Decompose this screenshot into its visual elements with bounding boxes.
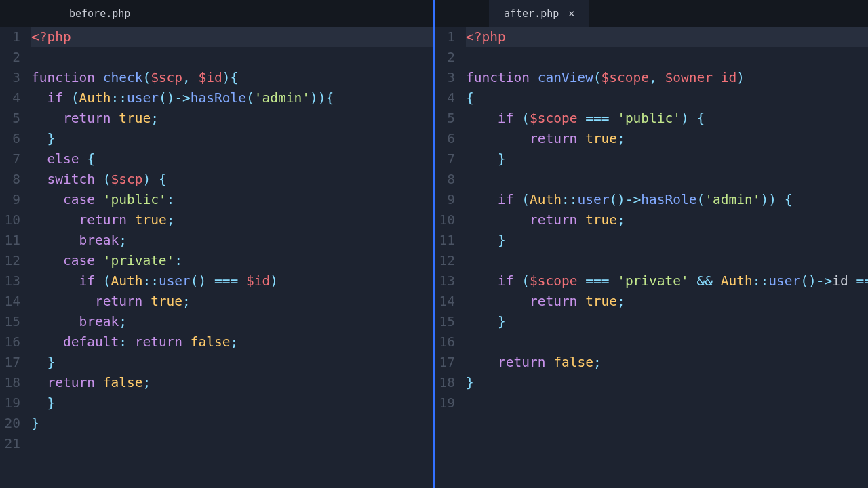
line-number: 12: [0, 251, 20, 271]
tab-bar-left: before.php: [0, 0, 433, 27]
code-line[interactable]: [466, 251, 868, 271]
code-line[interactable]: if (Auth::user() === $id): [31, 271, 433, 291]
line-number: 7: [0, 149, 20, 169]
editor-pane-right: after.php × 1234567891011121314151617181…: [435, 0, 868, 488]
line-gutter: 12345678910111213141516171819: [435, 27, 462, 488]
code-line[interactable]: }: [466, 312, 868, 332]
line-number: 8: [0, 169, 20, 190]
line-number: 11: [435, 230, 455, 251]
line-number: 5: [435, 108, 455, 129]
line-number: 14: [435, 291, 455, 312]
line-number: 5: [0, 108, 20, 129]
code-line[interactable]: }: [31, 413, 433, 434]
line-gutter: 123456789101112131415161718192021: [0, 27, 27, 488]
tab-filler: [0, 0, 54, 27]
code-line[interactable]: if (Auth::user()->hasRole('admin')) {: [466, 190, 868, 210]
line-number: 11: [0, 230, 20, 251]
line-number: 12: [435, 251, 455, 271]
line-number: 4: [0, 88, 20, 108]
code-line[interactable]: return true;: [31, 291, 433, 312]
editor-split: before.php 12345678910111213141516171819…: [0, 0, 868, 488]
tab-filler: [435, 0, 489, 27]
line-number: 16: [435, 332, 455, 352]
code-line[interactable]: }: [31, 393, 433, 413]
code-line[interactable]: if ($scope === 'public') {: [466, 108, 868, 129]
line-number: 13: [0, 271, 20, 291]
code-line[interactable]: [31, 47, 433, 68]
code-line[interactable]: case 'public':: [31, 190, 433, 210]
code-line[interactable]: function canView($scope, $owner_id): [466, 68, 868, 88]
line-number: 9: [0, 190, 20, 210]
code-line[interactable]: return true;: [466, 210, 868, 230]
code-line[interactable]: <?php: [31, 27, 433, 47]
code-line[interactable]: case 'private':: [31, 251, 433, 271]
line-number: 16: [0, 332, 20, 352]
code-line[interactable]: break;: [31, 230, 433, 251]
code-line[interactable]: function check($scp, $id){: [31, 68, 433, 88]
code-line[interactable]: <?php: [466, 27, 868, 47]
tab-filler: [145, 0, 433, 27]
line-number: 3: [435, 68, 455, 88]
code-line[interactable]: return true;: [466, 291, 868, 312]
tab-after-php[interactable]: after.php ×: [489, 0, 589, 27]
code-line[interactable]: [31, 434, 433, 454]
code-line[interactable]: [466, 332, 868, 352]
code-line[interactable]: else {: [31, 149, 433, 169]
code-line[interactable]: return true;: [466, 129, 868, 149]
code-line[interactable]: [466, 169, 868, 190]
code-area-right[interactable]: 12345678910111213141516171819 <?php func…: [435, 27, 868, 488]
line-number: 7: [435, 149, 455, 169]
line-number: 3: [0, 68, 20, 88]
code-line[interactable]: }: [31, 352, 433, 373]
tab-title: after.php: [504, 7, 559, 20]
line-number: 4: [435, 88, 455, 108]
line-number: 15: [435, 312, 455, 332]
line-number: 9: [435, 190, 455, 210]
line-number: 8: [435, 169, 455, 190]
line-number: 13: [435, 271, 455, 291]
line-number: 19: [0, 393, 20, 413]
code-line[interactable]: if (Auth::user()->hasRole('admin')){: [31, 88, 433, 108]
code-line[interactable]: }: [466, 149, 868, 169]
code-line[interactable]: }: [31, 129, 433, 149]
code-content[interactable]: <?php function canView($scope, $owner_id…: [462, 27, 868, 488]
line-number: 6: [435, 129, 455, 149]
code-area-left[interactable]: 123456789101112131415161718192021 <?php …: [0, 27, 433, 488]
code-line[interactable]: switch ($scp) {: [31, 169, 433, 190]
code-line[interactable]: break;: [31, 312, 433, 332]
line-number: 1: [435, 27, 455, 47]
line-number: 18: [0, 373, 20, 393]
line-number: 19: [435, 393, 455, 413]
line-number: 17: [0, 352, 20, 373]
tab-before-php[interactable]: before.php: [54, 0, 145, 27]
line-number: 18: [435, 373, 455, 393]
code-content[interactable]: <?php function check($scp, $id){ if (Aut…: [27, 27, 433, 488]
line-number: 21: [0, 434, 20, 454]
tab-bar-right: after.php ×: [435, 0, 868, 27]
line-number: 6: [0, 129, 20, 149]
code-line[interactable]: default: return false;: [31, 332, 433, 352]
code-line[interactable]: return false;: [31, 373, 433, 393]
tab-filler: [589, 0, 868, 27]
close-icon[interactable]: ×: [568, 9, 574, 19]
line-number: 20: [0, 413, 20, 434]
line-number: 14: [0, 291, 20, 312]
line-number: 10: [0, 210, 20, 230]
line-number: 1: [0, 27, 20, 47]
code-line[interactable]: [466, 47, 868, 68]
code-line[interactable]: [466, 393, 868, 413]
line-number: 17: [435, 352, 455, 373]
line-number: 15: [0, 312, 20, 332]
code-line[interactable]: return false;: [466, 352, 868, 373]
code-line[interactable]: return true;: [31, 210, 433, 230]
line-number: 2: [435, 47, 455, 68]
code-line[interactable]: {: [466, 88, 868, 108]
editor-pane-left: before.php 12345678910111213141516171819…: [0, 0, 435, 488]
line-number: 10: [435, 210, 455, 230]
line-number: 2: [0, 47, 20, 68]
code-line[interactable]: return true;: [31, 108, 433, 129]
code-line[interactable]: }: [466, 230, 868, 251]
code-line[interactable]: }: [466, 373, 868, 393]
code-line[interactable]: if ($scope === 'private' && Auth::user()…: [466, 271, 868, 291]
tab-title: before.php: [69, 7, 130, 20]
